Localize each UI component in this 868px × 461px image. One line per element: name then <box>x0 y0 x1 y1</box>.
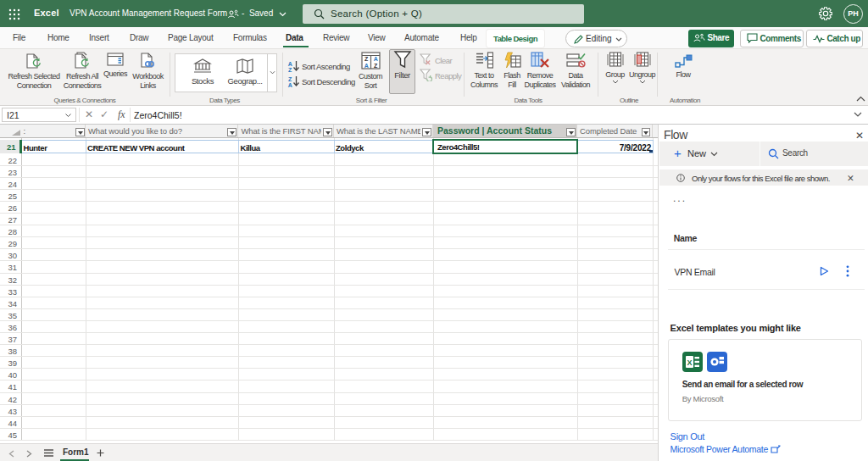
svg-text:A: A <box>288 82 292 87</box>
svg-text:A: A <box>364 63 368 69</box>
svg-text:X: X <box>687 358 692 367</box>
svg-text:Z: Z <box>288 76 292 82</box>
svg-text:Z: Z <box>288 67 292 72</box>
svg-text:A: A <box>373 56 377 62</box>
svg-text:A: A <box>288 61 292 67</box>
